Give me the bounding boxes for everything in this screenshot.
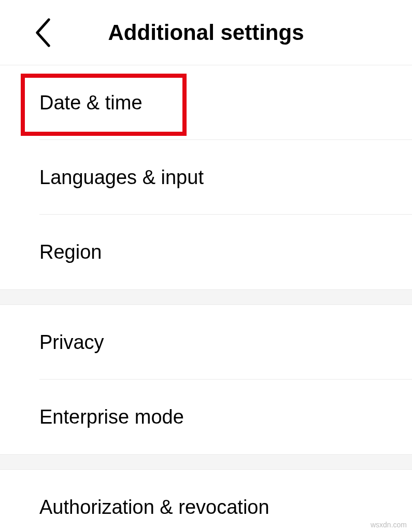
settings-item-label: Languages & input <box>39 166 204 189</box>
section-divider <box>0 454 412 470</box>
settings-item-authorization-revocation[interactable]: Authorization & revocation <box>0 470 412 532</box>
settings-item-label: Enterprise mode <box>39 406 184 428</box>
settings-item-date-time[interactable]: Date & time <box>0 65 412 140</box>
settings-item-enterprise-mode[interactable]: Enterprise mode <box>0 380 412 454</box>
settings-item-label: Date & time <box>39 92 143 114</box>
section-divider <box>0 289 412 305</box>
settings-item-label: Privacy <box>39 331 104 354</box>
page-title: Additional settings <box>0 20 412 45</box>
back-button[interactable] <box>34 18 52 47</box>
settings-item-label: Authorization & revocation <box>39 496 269 519</box>
header: Additional settings <box>0 0 412 65</box>
settings-item-region[interactable]: Region <box>0 215 412 289</box>
settings-item-privacy[interactable]: Privacy <box>0 305 412 380</box>
settings-item-label: Region <box>39 241 102 263</box>
watermark: wsxdn.com <box>371 521 407 529</box>
settings-item-languages-input[interactable]: Languages & input <box>0 140 412 215</box>
chevron-left-icon <box>34 18 52 47</box>
